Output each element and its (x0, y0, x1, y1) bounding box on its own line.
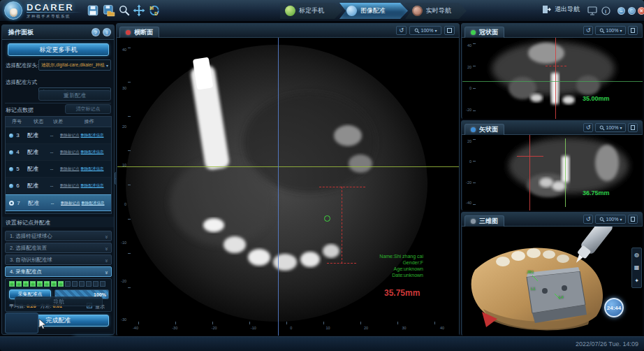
delete-registration-link[interactable]: 删除配准信息 (81, 133, 104, 138)
delete-registration-link[interactable]: 删除配准信息 (81, 150, 104, 155)
move-icon[interactable] (133, 4, 145, 17)
tracker-error-tile[interactable] (5, 313, 38, 334)
delete-marker-link[interactable]: 删除标记点 (60, 133, 80, 138)
calibrate-more-button[interactable]: 标定更多手机 (8, 43, 109, 56)
monitor-icon[interactable] (587, 6, 597, 15)
magnifier-icon (599, 217, 605, 222)
sagittal-ct-canvas[interactable]: 36.75mm 200-20-40 (462, 135, 643, 210)
step1-label: 1. 选择特征球球心 (10, 233, 52, 239)
navigate-button[interactable]: 导航 (15, 296, 103, 306)
close-button[interactable]: ✕ (638, 7, 644, 15)
list-text: -10 (251, 326, 256, 330)
delete-marker-link[interactable]: 删除标记点 (60, 150, 80, 155)
col-error: 误差 (49, 118, 67, 125)
axial-horizontal-ruler-ticks (138, 322, 439, 324)
list-text: 0 (469, 86, 471, 90)
step-select-feature-ball[interactable]: 1. 选择特征球球心» (5, 231, 112, 241)
table-row[interactable]: 6 配准 -- 删除标记点 删除配准信息 (6, 178, 111, 194)
info-icon[interactable]: i (601, 6, 610, 15)
coronal-crosshair-horizontal[interactable] (462, 81, 643, 82)
markers-table: 序号 状态 误差 操作 3 配准 -- 删除标记点 删除配准信息 4 配准 --… (5, 116, 112, 214)
tooth-view-icon[interactable]: ◍ (634, 252, 639, 258)
measurement-line-horizontal[interactable] (319, 187, 365, 187)
patient-info: Name:Shi zhang caiGender:FAge:unknownDat… (379, 253, 423, 278)
threed-canvas[interactable]: JB1 L1 L4 24:44 ◍ ▦ ✦ (462, 227, 643, 336)
list-text: 0 (469, 159, 471, 164)
delete-registration-link[interactable]: 删除配准信息 (81, 166, 104, 171)
svg-text:i: i (605, 8, 606, 15)
step-select-registration-device[interactable]: 2. 选择配准装置» (5, 243, 112, 253)
expand-view-icon[interactable] (628, 26, 638, 35)
panel-pin-icon[interactable]: i (103, 28, 111, 36)
measurement-line-vertical[interactable] (342, 187, 342, 264)
coronal-measurement-value: 35.00mm (583, 95, 610, 102)
clear-markers-button[interactable]: 清空标记点 (65, 104, 111, 114)
list-text: -20 (121, 279, 126, 283)
tab-realtime-navigation[interactable]: 实时导航 (405, 3, 467, 19)
list-text: -40 (466, 201, 471, 205)
measurement-line-end[interactable] (327, 263, 356, 264)
list-text: 20 (122, 124, 126, 129)
coronal-ct-canvas[interactable]: 35.00mm 40200-20 (462, 38, 643, 119)
model-label: L4 (559, 295, 564, 299)
threed-zoom-select[interactable]: 100% ▾ (595, 215, 626, 224)
delete-marker-link[interactable]: 删除标记点 (61, 201, 80, 206)
target-point-marker[interactable] (324, 215, 330, 222)
layout-icon[interactable] (444, 26, 455, 35)
step-collect-points[interactable]: 4. 采集配准点» (5, 266, 112, 277)
step4-label: 4. 采集配准点 (10, 268, 42, 275)
exit-navigation-button[interactable]: 退出导航 (542, 5, 580, 14)
sync-md-icon[interactable]: MD (148, 4, 161, 17)
sagittal-crosshair-horizontal[interactable] (517, 156, 543, 157)
col-actions: 操作 (67, 118, 111, 125)
delete-registration-link[interactable]: 删除配准信息 (82, 201, 105, 206)
coronal-measurement-tick (546, 66, 566, 66)
delete-marker-link[interactable]: 删除标记点 (60, 183, 80, 188)
minimize-button[interactable]: ‒ (617, 7, 625, 15)
maximize-button[interactable]: □ (628, 7, 636, 15)
sagittal-crosshair-vertical[interactable] (529, 135, 530, 210)
reset-view-icon[interactable]: ↺ (583, 123, 593, 132)
re-register-button[interactable]: 重新配准 (38, 90, 111, 101)
panel-help-icon[interactable]: ? (92, 28, 100, 36)
expand-view-icon[interactable] (628, 123, 638, 132)
axial-crosshair-vertical[interactable] (278, 38, 279, 336)
table-row-selected[interactable]: 7 配准 -- 删除标记点 删除配准信息 (6, 194, 111, 211)
table-row[interactable]: 5 配准 -- 删除标记点 删除配准信息 (6, 161, 111, 178)
coronal-zoom-value: 100% (606, 28, 619, 33)
table-row[interactable]: 3 配准 -- 删除标记点 删除配准信息 (6, 127, 111, 144)
probe-select[interactable]: 迪凯尔,digital-care,dikaier_种植 ▾ (38, 59, 111, 71)
motion-track-icon[interactable]: ✦ (634, 278, 639, 284)
delete-marker-link[interactable]: 删除标记点 (60, 166, 80, 171)
chevron-down-icon: ▾ (620, 125, 622, 130)
reset-view-icon[interactable]: ↺ (396, 26, 407, 35)
reset-view-icon[interactable]: ↺ (583, 26, 593, 35)
table-row[interactable]: 8 配准 -- 删除标记点 删除配准信息 (6, 211, 111, 214)
sagittal-title: 矢状面 (479, 125, 498, 134)
search-icon[interactable] (118, 4, 131, 17)
save-icon[interactable] (87, 4, 99, 17)
image-layers-icon[interactable]: ▦ (634, 264, 640, 271)
col-index: 序号 (6, 118, 28, 125)
delete-registration-link[interactable]: 删除配准信息 (81, 183, 104, 188)
top-bar: DCARER 牙种植手术导航系统 MD 标定手机 图像配准 实时导航 退出导航 … (0, 0, 644, 22)
divider (5, 103, 111, 103)
axial-zoom-select[interactable]: 100% ▾ (409, 26, 441, 35)
marker-status: 配准 (22, 182, 43, 189)
list-text: 20 (467, 65, 471, 69)
coronal-crosshair-vertical[interactable] (555, 38, 556, 119)
save-as-icon[interactable] (103, 4, 115, 17)
axial-view-header: 横断面 ↺ 100% ▾ (117, 24, 459, 38)
sagittal-zoom-select[interactable]: 100% ▾ (595, 123, 626, 132)
axial-ct-canvas[interactable]: 35.75mm Name:Shi zhang caiGender:FAge:un… (117, 38, 459, 336)
reset-view-icon[interactable]: ↺ (583, 215, 593, 224)
coronal-zoom-select[interactable]: 100% ▾ (595, 26, 626, 35)
table-row[interactable]: 4 配准 -- 删除标记点 删除配准信息 (6, 144, 111, 161)
marker-error: -- (43, 133, 60, 138)
tab-calibrate-handpiece[interactable]: 标定手机 (278, 3, 342, 19)
expand-view-icon[interactable] (628, 215, 638, 224)
tab-image-registration[interactable]: 图像配准 (339, 3, 408, 19)
axial-crosshair-horizontal[interactable] (117, 166, 459, 167)
sagittal-implant-axis-line[interactable] (565, 138, 566, 207)
step-auto-detect-balls[interactable]: 3. 自动识别配准球» (5, 255, 112, 265)
